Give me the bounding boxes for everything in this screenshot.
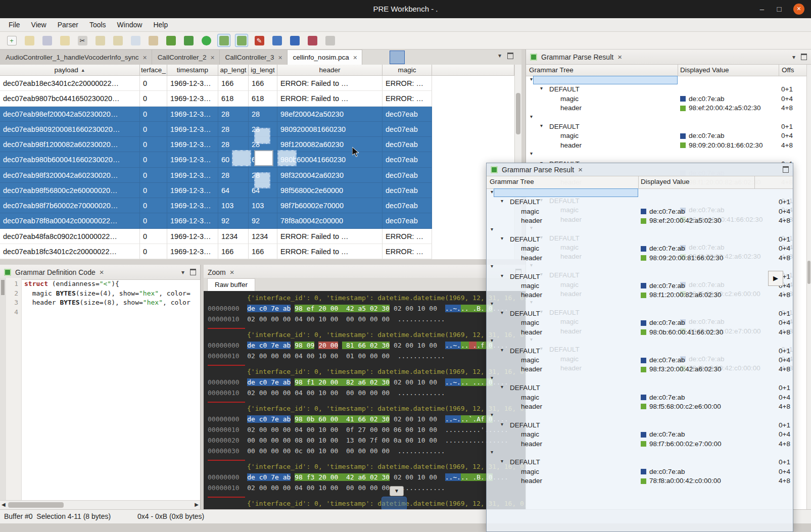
scrollbar-thumb[interactable] [8, 502, 64, 508]
tab-callcontroller-2[interactable]: CallController_2× [152, 50, 220, 65]
expander-icon[interactable]: ▾ [501, 347, 503, 353]
tree-row-packet[interactable]: ▾ [526, 113, 811, 122]
tree-row-magic[interactable]: magicde:c0:7e:ab0+4 [526, 94, 811, 104]
expander-icon[interactable]: ▾ [540, 123, 543, 128]
parser-debug-button[interactable] [235, 34, 248, 47]
expander-icon[interactable]: ▾ [501, 198, 503, 204]
hex-dump-view[interactable]: {'interface_id': 0, 'timestamp': datetim… [204, 291, 526, 509]
panel-menu-icon[interactable]: ▾ [181, 269, 184, 276]
column-displayed-value[interactable]: Displayed Value [641, 178, 690, 185]
tree-row-struct[interactable]: ▾DEFAULT0+1 [487, 383, 793, 393]
scrollbar-thumb[interactable] [516, 93, 520, 134]
expander-icon[interactable]: ▾ [491, 226, 493, 232]
menu-help[interactable]: Help [148, 19, 173, 30]
record-button[interactable] [200, 34, 213, 47]
tab-close-icon[interactable]: × [278, 54, 282, 62]
attach-button[interactable] [306, 34, 319, 47]
column-header-payload[interactable]: payload▲ [0, 65, 140, 76]
code-line[interactable]: 1struct (endianness="<"){ [6, 280, 200, 289]
tab-list-dropdown-icon[interactable]: ▾ [498, 52, 501, 59]
maximize-button[interactable]: □ [773, 3, 786, 15]
tree-row-packet[interactable]: ▾ [487, 411, 793, 420]
dock-guide-right[interactable] [277, 150, 297, 166]
expander-icon[interactable]: ▾ [491, 449, 493, 455]
tree-row-header[interactable]: header98:f3:20:00:42:a6:02:304+8 [487, 365, 793, 374]
expander-icon[interactable]: ▾ [491, 375, 493, 380]
column-header-ap-lengt[interactable]: ap_lengt [218, 65, 249, 76]
dock-guide-top[interactable] [254, 128, 270, 144]
debug-ant-button[interactable] [182, 34, 195, 47]
scroll-left-icon[interactable]: ◀ [2, 502, 6, 507]
menu-tools[interactable]: Tools [84, 19, 112, 30]
column-grammar-tree[interactable]: Grammar Tree [490, 178, 534, 185]
scroll-down-indicator[interactable]: ▼ [390, 486, 404, 496]
expander-icon[interactable]: ▾ [501, 235, 503, 241]
tree-row-struct[interactable]: ▾DEFAULT0+1 [526, 122, 811, 131]
panel-menu-icon[interactable]: ▾ [792, 54, 795, 61]
selected-tree-node[interactable] [494, 188, 638, 197]
tree-row-packet[interactable]: ▾ [487, 374, 793, 383]
packet-row[interactable]: dec07eab98f7b60002e70000020…01969-12-3…1… [0, 198, 514, 213]
horizontal-splitter[interactable] [0, 259, 526, 265]
expander-icon[interactable]: ▾ [491, 263, 493, 269]
tree-row-packet[interactable]: ▾ [487, 263, 793, 272]
close-panel-icon[interactable]: × [578, 165, 583, 174]
dock-guide-bottom[interactable] [254, 172, 270, 188]
tree-row-header[interactable]: header98:ef:20:00:42:a5:02:304+8 [487, 216, 793, 225]
selected-tree-node[interactable] [533, 76, 678, 84]
annotate-button[interactable]: ✎ [253, 34, 266, 47]
expander-icon[interactable]: ▾ [501, 310, 503, 315]
tree-row-packet[interactable]: ▾ [487, 188, 793, 198]
tree-row-magic[interactable]: magicde:c0:7e:ab0+4 [487, 393, 793, 402]
tree-row-struct[interactable]: ▾DEFAULT0+1 [487, 272, 793, 281]
hex-line[interactable]: 00000000 de c0 7e ab 98 09 20 00 81 66 0… [208, 342, 526, 352]
tree-row-magic[interactable]: magicde:c0:7e:ab0+4 [487, 244, 793, 253]
tree-row-magic[interactable]: magicde:c0:7e:ab0+4 [487, 281, 793, 291]
expander-icon[interactable]: ▾ [530, 114, 533, 119]
paste-button[interactable] [111, 34, 124, 47]
dock-guide-left[interactable] [232, 150, 251, 166]
tab-audiocontroller-1-handlevocoderinfo-sync[interactable]: AudioController_1_handleVocoderInfo_sync… [0, 50, 152, 65]
panel-titlebar[interactable]: Grammar Parse Result × [487, 163, 793, 176]
parse-panel-scrollbar[interactable] [806, 65, 811, 509]
inspect-button[interactable] [288, 34, 301, 47]
column-header-header[interactable]: header [277, 65, 383, 76]
column-header-ig-lengt[interactable]: ig_lengt [249, 65, 277, 76]
tree-row-magic[interactable]: magicde:c0:7e:ab0+4 [487, 430, 793, 439]
expander-icon[interactable]: ▾ [501, 273, 503, 278]
panel-titlebar[interactable]: Grammar Parse Result × ▾ [526, 50, 811, 65]
column-header-timestamp[interactable]: timestamp [167, 65, 218, 76]
tree-row-struct[interactable]: ▾DEFAULT0+1 [487, 458, 793, 467]
float-panel-icon[interactable] [783, 166, 789, 173]
column-header-terface-[interactable]: terface_ [140, 65, 167, 76]
hex-line[interactable]: 00000000 de c0 7e ab 98 f1 20 00 82 a6 0… [208, 378, 526, 389]
tree-row-header[interactable]: header98:0b:60:00:41:66:02:304+8 [487, 328, 793, 337]
expander-icon[interactable]: ▾ [501, 458, 503, 464]
expander-icon[interactable]: ▾ [491, 189, 493, 195]
menu-view[interactable]: View [26, 19, 52, 30]
tree-row-packet[interactable]: ▾ [487, 300, 793, 309]
import-button[interactable] [58, 34, 71, 47]
tab-close-icon[interactable]: × [142, 54, 147, 62]
tree-row-header[interactable]: header98:ef:20:00:42:a5:02:304+8 [526, 104, 811, 113]
expander-icon[interactable]: ▾ [491, 412, 493, 417]
float-panel-icon[interactable] [507, 53, 513, 59]
tree-row-struct[interactable]: ▾DEFAULT0+1 [487, 198, 793, 207]
panel-titlebar[interactable]: Grammar Definition Code × ▾ [0, 265, 200, 280]
float-panel-icon[interactable] [190, 269, 196, 275]
tab-close-icon[interactable]: × [353, 54, 357, 62]
tree-row-magic[interactable]: magicde:c0:7e:ab0+4 [526, 131, 811, 140]
tree-row-magic[interactable]: magicde:c0:7e:ab0+4 [487, 318, 793, 327]
hex-line[interactable]: 00000000 de c0 7e ab 98 0b 60 00 41 66 0… [208, 415, 526, 426]
packet-row[interactable]: dec07eab9807bc0441650230020…01969-12-3…6… [0, 91, 514, 106]
column-offset[interactable]: Offs [782, 66, 794, 74]
open-file-button[interactable] [23, 34, 36, 47]
hex-line[interactable]: 00000020 00 00 00 00 08 00 10 00 13 00 7… [208, 437, 526, 447]
tree-row-struct[interactable]: ▾DEFAULT0+1 [487, 347, 793, 356]
parser-run-button[interactable] [217, 34, 230, 47]
expander-icon[interactable]: ▾ [530, 151, 533, 156]
sync-user-button[interactable] [147, 34, 160, 47]
tab-callcontroller-3[interactable]: CallController_3× [220, 50, 288, 65]
tree-row-magic[interactable]: magicde:c0:7e:ab0+4 [487, 356, 793, 365]
tree-row-header[interactable]: header98:f7:b6:00:02:e7:00:004+8 [487, 440, 793, 449]
